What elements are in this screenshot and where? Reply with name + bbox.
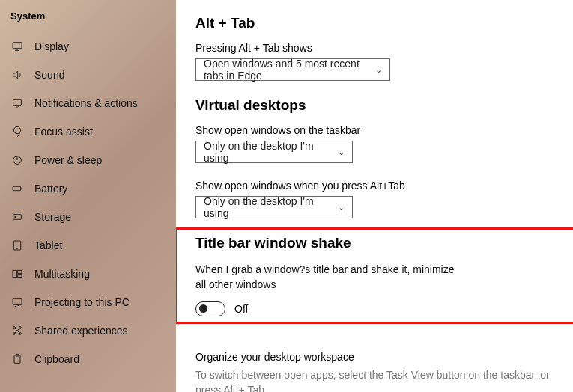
storage-icon	[10, 210, 24, 224]
sidebar-item-shared[interactable]: Shared experiences	[0, 316, 176, 345]
vdesktops-field1-label: Show open windows on the taskbar	[195, 124, 554, 136]
toggle-knob	[199, 304, 207, 313]
sidebar-item-label: Clipboard	[34, 353, 79, 365]
svg-rect-8	[13, 270, 16, 277]
dropdown-selected: Only on the desktop I'm using	[204, 140, 338, 164]
svg-point-5	[15, 216, 16, 217]
sidebar-item-label: Storage	[34, 211, 71, 223]
alttab-field-label: Pressing Alt + Tab shows	[195, 42, 554, 54]
svg-rect-1	[13, 99, 22, 105]
sidebar-item-multitasking[interactable]: Multitasking	[0, 260, 176, 288]
sidebar-item-power[interactable]: Power & sleep	[0, 146, 176, 174]
alttab-dropdown[interactable]: Open windows and 5 most recent tabs in E…	[195, 58, 390, 81]
battery-icon	[10, 182, 24, 195]
shake-toggle[interactable]	[195, 301, 225, 316]
sound-icon	[10, 68, 24, 82]
clipboard-icon	[10, 352, 24, 366]
sidebar-item-label: Display	[34, 40, 69, 52]
main-content: Alt + Tab Pressing Alt + Tab shows Open …	[176, 0, 573, 392]
footer-description: To switch between open apps, select the …	[195, 367, 554, 392]
tablet-icon	[10, 239, 24, 252]
shake-description: When I grab a window?s title bar and sha…	[195, 262, 465, 293]
sidebar-item-projecting[interactable]: Projecting to this PC	[0, 288, 176, 316]
vdesktops-alttab-dropdown[interactable]: Only on the desktop I'm using ⌄	[195, 196, 353, 218]
focus-assist-icon	[10, 125, 24, 138]
multitasking-icon	[10, 267, 24, 281]
sidebar-item-label: Projecting to this PC	[34, 296, 130, 308]
sidebar-item-tablet[interactable]: Tablet	[0, 231, 176, 260]
sidebar-item-label: Shared experiences	[34, 325, 128, 337]
projecting-icon	[10, 295, 24, 309]
svg-point-7	[16, 248, 17, 248]
shake-section-title: Title bar window shake	[195, 235, 554, 251]
shake-toggle-row: Off	[195, 301, 554, 316]
sidebar-header: System	[0, 6, 176, 32]
display-icon	[10, 40, 24, 53]
svg-rect-3	[13, 186, 21, 190]
sidebar-item-battery[interactable]: Battery	[0, 174, 176, 203]
sidebar-item-focus-assist[interactable]: Focus assist	[0, 117, 176, 146]
chevron-down-icon: ⌄	[338, 147, 345, 157]
sidebar-item-label: Multitasking	[34, 268, 90, 280]
vdesktops-taskbar-dropdown[interactable]: Only on the desktop I'm using ⌄	[195, 141, 353, 163]
sidebar-item-label: Sound	[34, 69, 64, 81]
highlight-box: Title bar window shake When I grab a win…	[195, 235, 554, 316]
sidebar-item-display[interactable]: Display	[0, 32, 176, 61]
sidebar: System Display Sound Notifications & act…	[0, 0, 176, 392]
dropdown-selected: Open windows and 5 most recent tabs in E…	[204, 58, 375, 82]
sidebar-item-sound[interactable]: Sound	[0, 61, 176, 89]
svg-rect-9	[18, 270, 22, 273]
power-icon	[10, 153, 24, 167]
shared-icon	[10, 324, 24, 337]
footer-title: Organize your desktop workspace	[195, 351, 554, 363]
vdesktops-field2-label: Show open windows when you press Alt+Tab	[195, 180, 554, 192]
dropdown-selected: Only on the desktop I'm using	[204, 195, 338, 219]
chevron-down-icon: ⌄	[338, 203, 345, 212]
svg-rect-10	[18, 275, 22, 278]
vdesktops-section-title: Virtual desktops	[195, 97, 554, 114]
notifications-icon	[10, 97, 24, 110]
sidebar-item-label: Focus assist	[34, 126, 93, 138]
shake-toggle-label: Off	[234, 303, 248, 315]
sidebar-item-clipboard[interactable]: Clipboard	[0, 345, 176, 373]
svg-rect-11	[13, 298, 22, 304]
sidebar-item-storage[interactable]: Storage	[0, 203, 176, 231]
sidebar-item-label: Power & sleep	[34, 154, 102, 166]
sidebar-item-label: Notifications & actions	[34, 97, 138, 109]
sidebar-item-label: Tablet	[34, 239, 62, 251]
chevron-down-icon: ⌄	[375, 65, 382, 75]
sidebar-item-notifications[interactable]: Notifications & actions	[0, 89, 176, 117]
alttab-section-title: Alt + Tab	[195, 15, 554, 31]
svg-rect-0	[13, 43, 22, 49]
sidebar-item-label: Battery	[34, 183, 67, 195]
